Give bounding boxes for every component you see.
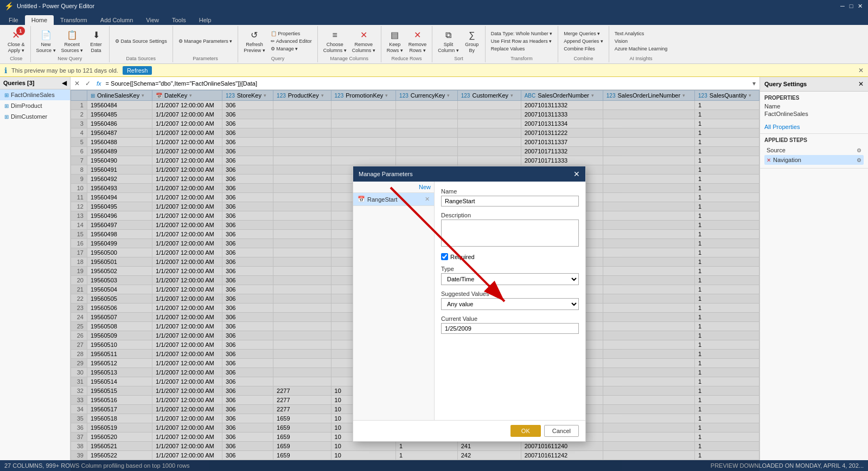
col-header-date-key[interactable]: 📅 DateKey ▾ bbox=[152, 91, 222, 101]
group-by-button[interactable]: ∑ GroupBy bbox=[462, 28, 482, 55]
tab-file[interactable]: File bbox=[2, 15, 25, 25]
data-type-button[interactable]: Data Type: Whole Number ▾ bbox=[489, 30, 554, 37]
col-sort-8[interactable]: ▾ bbox=[682, 93, 685, 98]
dialog-right-panel: Name Description Required Type bbox=[435, 182, 585, 420]
param-list-item-range-start[interactable]: 📅 RangeStart ✕ bbox=[353, 193, 434, 206]
cancel-button[interactable]: Cancel bbox=[544, 425, 579, 437]
col-header-sales-quantity[interactable]: 123 SalesQuantity ▾ bbox=[695, 91, 760, 101]
col-header-customer-key[interactable]: 123 CustomerKey ▾ bbox=[457, 91, 521, 101]
col-header-currency-key[interactable]: 123 CurrencyKey ▾ bbox=[396, 91, 458, 101]
table-cell: 2007101711332 bbox=[521, 147, 603, 156]
ok-button[interactable]: OK bbox=[510, 425, 541, 437]
enter-data-button[interactable]: ⬇ EnterData bbox=[86, 28, 106, 55]
col-header-sales-order-number[interactable]: ABC SalesOrderNumber ▾ bbox=[521, 91, 603, 101]
queries-panel-collapse-button[interactable]: ◀ bbox=[62, 79, 67, 87]
refresh-preview-button[interactable]: ↺ RefreshPreview ▾ bbox=[241, 28, 267, 55]
col-header-store-key[interactable]: 123 StoreKey ▾ bbox=[222, 91, 273, 101]
table-cell: 1/1/2007 12:00:00 AM bbox=[152, 257, 222, 267]
vision-button[interactable]: Vision bbox=[612, 38, 670, 44]
formula-confirm-button[interactable]: ✓ bbox=[84, 79, 92, 88]
col-sort-6[interactable]: ▾ bbox=[510, 93, 513, 98]
keep-rows-button[interactable]: ▤ KeepRows ▾ bbox=[385, 28, 405, 55]
col-header-online-sales-key[interactable]: ⊞ OnlineSalesKey ▾ bbox=[87, 91, 152, 101]
manage-button[interactable]: ⚙ Manage ▾ bbox=[269, 46, 314, 52]
col-header-product-key[interactable]: 123 ProductKey ▾ bbox=[273, 91, 331, 101]
tab-transform[interactable]: Transform bbox=[54, 15, 94, 25]
table-cell: 1 bbox=[695, 331, 760, 340]
formula-input[interactable] bbox=[106, 80, 749, 87]
data-source-settings-button[interactable]: ⚙ Data Source Settings bbox=[113, 38, 169, 44]
table-cell bbox=[273, 128, 331, 138]
table-cell: 306 bbox=[222, 414, 273, 423]
suggested-values-select[interactable]: Any value List of values Query bbox=[441, 298, 579, 310]
properties-button[interactable]: 📋 Properties bbox=[269, 30, 314, 37]
remove-rows-button[interactable]: ✕ RemoveRows ▾ bbox=[406, 28, 429, 55]
close-window-button[interactable]: ✕ bbox=[856, 2, 864, 10]
table-cell bbox=[273, 257, 331, 267]
advanced-editor-button[interactable]: ✏ Advanced Editor bbox=[269, 38, 314, 44]
query-item-dim-product[interactable]: ⊞ DimProduct bbox=[0, 100, 70, 111]
name-label: Name bbox=[764, 103, 864, 109]
table-cell: 1/1/2007 12:00:00 AM bbox=[152, 248, 222, 257]
refresh-button[interactable]: Refresh bbox=[123, 66, 152, 75]
status-bar: 27 COLUMNS, 999+ ROWS Column profiling b… bbox=[0, 460, 868, 471]
step-navigation[interactable]: ✕ Navigation ⚙ bbox=[764, 155, 864, 165]
new-source-button[interactable]: 📄 NewSource ▾ bbox=[34, 28, 58, 55]
info-bar-close-button[interactable]: ✕ bbox=[858, 67, 864, 74]
minimize-button[interactable]: ─ bbox=[839, 2, 846, 10]
merge-queries-button[interactable]: Merge Queries ▾ bbox=[561, 30, 605, 37]
split-column-button[interactable]: ⧉ SplitColumn ▾ bbox=[436, 28, 461, 55]
manage-parameters-button[interactable]: ⚙ Manage Parameters ▾ bbox=[176, 38, 235, 44]
col-sort-1[interactable]: ▾ bbox=[189, 93, 192, 98]
table-cell: 306 bbox=[222, 101, 273, 110]
tab-help[interactable]: Help bbox=[193, 15, 218, 25]
settings-panel-close-button[interactable]: ✕ bbox=[858, 80, 864, 88]
azure-ml-button[interactable]: Azure Machine Learning bbox=[612, 46, 670, 52]
remove-columns-button[interactable]: ✕ RemoveColumns ▾ bbox=[350, 28, 378, 55]
col-sort-9[interactable]: ▾ bbox=[749, 93, 751, 98]
col-sort-4[interactable]: ▾ bbox=[385, 93, 388, 98]
tab-add-column[interactable]: Add Column bbox=[94, 15, 140, 25]
new-source-label: NewSource ▾ bbox=[36, 42, 56, 54]
all-properties-link[interactable]: All Properties bbox=[764, 124, 800, 130]
append-queries-button[interactable]: Append Queries ▾ bbox=[561, 38, 605, 44]
choose-columns-button[interactable]: ≡ ChooseColumns ▾ bbox=[321, 28, 349, 55]
query-item-dim-customer[interactable]: ⊞ DimCustomer bbox=[0, 111, 70, 122]
col-header-promotion-key[interactable]: 123 PromotionKey ▾ bbox=[331, 91, 396, 101]
formula-expand-button[interactable]: ▾ bbox=[751, 79, 757, 88]
combine-files-button[interactable]: Combine Files bbox=[561, 46, 605, 52]
query-item-fact-online-sales[interactable]: ⊞ FactOnlineSales bbox=[0, 89, 70, 100]
description-field-textarea[interactable] bbox=[441, 220, 579, 247]
param-item-delete[interactable]: ✕ bbox=[425, 196, 430, 203]
col-sort-0[interactable]: ▾ bbox=[142, 93, 144, 98]
current-value-input[interactable] bbox=[441, 323, 579, 334]
tab-view[interactable]: View bbox=[139, 15, 165, 25]
row-number: 35 bbox=[71, 414, 87, 423]
col-sort-5[interactable]: ▾ bbox=[447, 93, 450, 98]
new-parameter-link[interactable]: New bbox=[419, 184, 431, 190]
tab-tools[interactable]: Tools bbox=[165, 15, 193, 25]
current-value-field-group: Current Value bbox=[441, 315, 579, 334]
step-gear-navigation[interactable]: ⚙ bbox=[857, 157, 861, 163]
required-checkbox[interactable] bbox=[441, 253, 448, 260]
recent-sources-button[interactable]: 📋 RecentSources ▾ bbox=[59, 28, 86, 55]
first-row-header-button[interactable]: Use First Row as Headers ▾ bbox=[489, 38, 554, 44]
col-sort-7[interactable]: ▾ bbox=[591, 93, 594, 98]
step-source[interactable]: Source ⚙ bbox=[764, 145, 864, 155]
text-analytics-button[interactable]: Text Analytics bbox=[612, 30, 670, 37]
tab-home[interactable]: Home bbox=[25, 15, 54, 25]
ai-insights-group-label: AI Insights bbox=[612, 55, 670, 61]
col-sort-2[interactable]: ▾ bbox=[264, 93, 266, 98]
replace-values-button[interactable]: Replace Values bbox=[489, 46, 554, 52]
table-cell: 19560506 bbox=[87, 304, 152, 313]
step-gear-source[interactable]: ⚙ bbox=[857, 147, 861, 153]
formula-cancel-button[interactable]: ✕ bbox=[73, 79, 81, 88]
name-field-input[interactable] bbox=[441, 196, 579, 207]
col-name-5: CurrencyKey bbox=[411, 92, 445, 99]
col-sort-3[interactable]: ▾ bbox=[321, 93, 324, 98]
col-header-sales-order-line[interactable]: 123 SalesOrderLineNumber ▾ bbox=[603, 91, 694, 101]
close-apply-button[interactable]: ✕ 1 Close &Apply ▾ bbox=[5, 28, 27, 55]
dialog-close-button[interactable]: ✕ bbox=[573, 170, 580, 178]
type-field-select[interactable]: Date/Time Date Time Text Decimal Number … bbox=[441, 273, 579, 285]
maximize-button[interactable]: □ bbox=[847, 2, 855, 10]
